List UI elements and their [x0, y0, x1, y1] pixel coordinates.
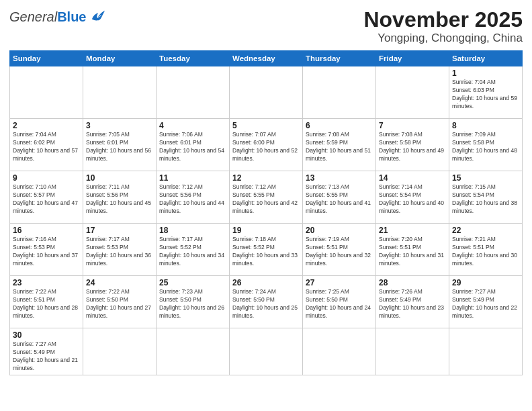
day-info: Sunrise: 7:07 AMSunset: 6:00 PMDaylight:… [232, 131, 300, 163]
calendar-week-row: 1Sunrise: 7:04 AMSunset: 6:03 PMDaylight… [10, 66, 523, 119]
table-row: 2Sunrise: 7:04 AMSunset: 6:02 PMDaylight… [10, 119, 83, 171]
table-row [376, 328, 449, 375]
day-number: 19 [232, 226, 300, 235]
table-row: 4Sunrise: 7:06 AMSunset: 6:01 PMDaylight… [157, 119, 230, 171]
table-row [10, 66, 83, 119]
day-number: 16 [13, 226, 80, 235]
table-row [303, 66, 376, 119]
day-info: Sunrise: 7:18 AMSunset: 5:52 PMDaylight:… [232, 236, 300, 268]
day-info: Sunrise: 7:09 AMSunset: 5:58 PMDaylight:… [452, 131, 519, 163]
day-number: 14 [379, 173, 446, 183]
logo-general: General [9, 9, 57, 24]
table-row: 23Sunrise: 7:22 AMSunset: 5:51 PMDayligh… [10, 276, 83, 328]
calendar-page: General Blue November 2025 Yongping, Cho… [0, 0, 532, 411]
table-row: 3Sunrise: 7:05 AMSunset: 6:01 PMDaylight… [83, 119, 157, 171]
day-info: Sunrise: 7:12 AMSunset: 5:55 PMDaylight:… [232, 183, 300, 216]
table-row: 20Sunrise: 7:19 AMSunset: 5:51 PMDayligh… [303, 224, 376, 276]
table-row: 24Sunrise: 7:22 AMSunset: 5:50 PMDayligh… [83, 276, 157, 328]
day-number: 18 [159, 226, 226, 235]
calendar-subtitle: Yongping, Chongqing, China [363, 32, 523, 45]
header-saturday: Saturday [449, 51, 523, 66]
header-sunday: Sunday [10, 51, 83, 66]
table-row [303, 328, 376, 375]
day-info: Sunrise: 7:06 AMSunset: 6:01 PMDaylight:… [159, 131, 226, 163]
table-row [230, 66, 303, 119]
table-row: 16Sunrise: 7:16 AMSunset: 5:53 PMDayligh… [10, 224, 83, 276]
day-info: Sunrise: 7:27 AMSunset: 5:49 PMDaylight:… [13, 340, 80, 373]
day-number: 22 [452, 226, 519, 235]
day-number: 29 [452, 278, 519, 287]
table-row: 15Sunrise: 7:15 AMSunset: 5:54 PMDayligh… [449, 171, 523, 224]
day-number: 2 [13, 121, 80, 130]
day-number: 5 [232, 121, 300, 130]
logo-area: General Blue [9, 8, 107, 26]
table-row: 22Sunrise: 7:21 AMSunset: 5:51 PMDayligh… [449, 224, 523, 276]
table-row: 7Sunrise: 7:08 AMSunset: 5:58 PMDaylight… [376, 119, 449, 171]
day-number: 20 [306, 226, 373, 235]
day-number: 25 [159, 278, 226, 287]
day-number: 26 [232, 278, 300, 287]
day-number: 8 [452, 121, 519, 130]
table-row [376, 66, 449, 119]
day-info: Sunrise: 7:27 AMSunset: 5:49 PMDaylight:… [452, 288, 519, 320]
header: General Blue November 2025 Yongping, Cho… [9, 8, 523, 45]
day-info: Sunrise: 7:13 AMSunset: 5:55 PMDaylight:… [306, 183, 373, 216]
day-info: Sunrise: 7:24 AMSunset: 5:50 PMDaylight:… [232, 288, 300, 320]
calendar-week-row: 9Sunrise: 7:10 AMSunset: 5:57 PMDaylight… [10, 171, 523, 224]
calendar-title: November 2025 [363, 8, 523, 32]
table-row: 14Sunrise: 7:14 AMSunset: 5:54 PMDayligh… [376, 171, 449, 224]
table-row [157, 66, 230, 119]
calendar-week-row: 30Sunrise: 7:27 AMSunset: 5:49 PMDayligh… [10, 328, 523, 375]
table-row: 18Sunrise: 7:17 AMSunset: 5:52 PMDayligh… [157, 224, 230, 276]
day-info: Sunrise: 7:25 AMSunset: 5:50 PMDaylight:… [306, 288, 373, 320]
table-row: 26Sunrise: 7:24 AMSunset: 5:50 PMDayligh… [230, 276, 303, 328]
day-number: 4 [159, 121, 226, 130]
table-row: 5Sunrise: 7:07 AMSunset: 6:00 PMDaylight… [230, 119, 303, 171]
title-area: November 2025 Yongping, Chongqing, China [363, 8, 523, 45]
day-info: Sunrise: 7:08 AMSunset: 5:59 PMDaylight:… [306, 131, 373, 163]
logo-text: General Blue [9, 9, 87, 24]
table-row: 13Sunrise: 7:13 AMSunset: 5:55 PMDayligh… [303, 171, 376, 224]
calendar-week-row: 23Sunrise: 7:22 AMSunset: 5:51 PMDayligh… [10, 276, 523, 328]
calendar-week-row: 16Sunrise: 7:16 AMSunset: 5:53 PMDayligh… [10, 224, 523, 276]
day-number: 17 [86, 226, 153, 235]
day-number: 7 [379, 121, 446, 130]
day-number: 24 [86, 278, 153, 287]
weekday-header-row: Sunday Monday Tuesday Wednesday Thursday… [10, 51, 523, 66]
table-row: 11Sunrise: 7:12 AMSunset: 5:56 PMDayligh… [157, 171, 230, 224]
day-info: Sunrise: 7:17 AMSunset: 5:53 PMDaylight:… [86, 236, 153, 268]
table-row: 30Sunrise: 7:27 AMSunset: 5:49 PMDayligh… [10, 328, 83, 375]
day-info: Sunrise: 7:21 AMSunset: 5:51 PMDaylight:… [452, 236, 519, 268]
day-number: 21 [379, 226, 446, 235]
day-info: Sunrise: 7:15 AMSunset: 5:54 PMDaylight:… [452, 183, 519, 216]
table-row: 6Sunrise: 7:08 AMSunset: 5:59 PMDaylight… [303, 119, 376, 171]
header-monday: Monday [83, 51, 157, 66]
day-info: Sunrise: 7:08 AMSunset: 5:58 PMDaylight:… [379, 131, 446, 163]
table-row: 10Sunrise: 7:11 AMSunset: 5:56 PMDayligh… [83, 171, 157, 224]
day-info: Sunrise: 7:22 AMSunset: 5:51 PMDaylight:… [13, 288, 80, 320]
day-info: Sunrise: 7:04 AMSunset: 6:02 PMDaylight:… [13, 131, 80, 163]
day-info: Sunrise: 7:20 AMSunset: 5:51 PMDaylight:… [379, 236, 446, 268]
day-number: 30 [13, 330, 80, 340]
table-row: 28Sunrise: 7:26 AMSunset: 5:49 PMDayligh… [376, 276, 449, 328]
day-info: Sunrise: 7:10 AMSunset: 5:57 PMDaylight:… [13, 183, 80, 216]
table-row: 25Sunrise: 7:23 AMSunset: 5:50 PMDayligh… [157, 276, 230, 328]
day-info: Sunrise: 7:23 AMSunset: 5:50 PMDaylight:… [159, 288, 226, 320]
day-number: 28 [379, 278, 446, 287]
day-number: 11 [159, 173, 226, 183]
logo-bird-icon [89, 8, 107, 26]
day-number: 15 [452, 173, 519, 183]
day-number: 12 [232, 173, 300, 183]
header-friday: Friday [376, 51, 449, 66]
table-row: 12Sunrise: 7:12 AMSunset: 5:55 PMDayligh… [230, 171, 303, 224]
day-info: Sunrise: 7:22 AMSunset: 5:50 PMDaylight:… [86, 288, 153, 320]
calendar-week-row: 2Sunrise: 7:04 AMSunset: 6:02 PMDaylight… [10, 119, 523, 171]
table-row [83, 328, 157, 375]
day-number: 1 [452, 68, 519, 78]
day-info: Sunrise: 7:26 AMSunset: 5:49 PMDaylight:… [379, 288, 446, 320]
day-info: Sunrise: 7:14 AMSunset: 5:54 PMDaylight:… [379, 183, 446, 216]
table-row [83, 66, 157, 119]
table-row: 21Sunrise: 7:20 AMSunset: 5:51 PMDayligh… [376, 224, 449, 276]
header-thursday: Thursday [303, 51, 376, 66]
table-row: 29Sunrise: 7:27 AMSunset: 5:49 PMDayligh… [449, 276, 523, 328]
